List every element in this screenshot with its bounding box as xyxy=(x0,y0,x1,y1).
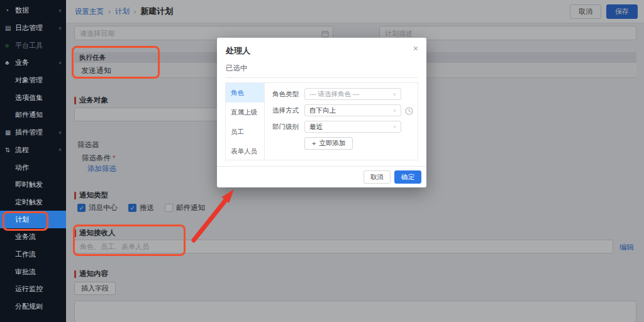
sidebar-item-label: 数据 xyxy=(15,6,29,15)
sidebar-item-run-monitor[interactable]: 运行监控 xyxy=(0,280,66,298)
sidebar-item-plugin-management[interactable]: ▦ 插件管理 ∨ xyxy=(0,124,66,142)
sidebar-item-workflow[interactable]: 工作流 xyxy=(0,246,66,264)
dept-level-select[interactable]: 最近 ∨ xyxy=(304,121,401,133)
tab-form-person[interactable]: 表单人员 xyxy=(226,142,264,161)
handler-modal: 处理人 × 已选中 角色 直属上级 员工 表单人员 角色类型 --- 请选择角色… xyxy=(217,38,426,187)
chevron-up-icon: ∧ xyxy=(58,60,62,65)
data-chart-icon: ◔ xyxy=(5,7,13,14)
chevron-down-icon: ∨ xyxy=(393,108,396,113)
sidebar-item-label: 流程 xyxy=(15,145,29,155)
sidebar-item-allocation-rule[interactable]: 分配规则 xyxy=(0,298,66,316)
sidebar-item-label: 业务 xyxy=(15,58,29,67)
sidebar-item-instant-trigger[interactable]: 即时触发 xyxy=(0,176,66,194)
flow-icon: ⇅ xyxy=(5,147,13,153)
select-mode-select[interactable]: 自下向上 ∨ xyxy=(304,104,401,116)
sidebar-item-plan[interactable]: 计划 xyxy=(0,211,66,228)
modal-footer: 取消 确定 xyxy=(217,166,426,187)
sidebar-item-label: 定时触发 xyxy=(15,197,43,207)
role-type-row: 角色类型 --- 请选择角色 --- ∨ xyxy=(272,88,401,100)
sidebar-item-label: 邮件通知 xyxy=(15,110,43,119)
handler-panel: 角色 直属上级 员工 表单人员 角色类型 --- 请选择角色 --- ∨ 选择方… xyxy=(225,82,418,160)
sidebar-item-object-management[interactable]: 对象管理 xyxy=(0,72,66,89)
log-list-icon: ▤ xyxy=(5,25,13,31)
handler-tabs: 角色 直属上级 员工 表单人员 xyxy=(226,83,265,160)
chevron-down-icon: ∨ xyxy=(393,125,396,130)
app-root: ◔ 数据 ∨ ▤ 日志管理 ∨ ○ 平台工具 ♣ 业务 ∧ 对象管理 选项值集 … xyxy=(0,0,644,322)
role-form: 角色类型 --- 请选择角色 --- ∨ 选择方式 自下向上 ∨ xyxy=(265,83,418,160)
business-icon: ♣ xyxy=(5,59,13,66)
role-type-select[interactable]: --- 请选择角色 --- ∨ xyxy=(304,88,401,100)
select-value: 自下向上 xyxy=(309,106,336,115)
sidebar-item-label: 日志管理 xyxy=(15,23,43,33)
chevron-down-icon: ∨ xyxy=(58,130,62,135)
sidebar-item-label: 运行监控 xyxy=(15,284,43,294)
sidebar-item-timed-trigger[interactable]: 定时触发 xyxy=(0,194,66,211)
sidebar-item-business-flow[interactable]: 业务流 xyxy=(0,228,66,246)
sidebar-item-business[interactable]: ♣ 业务 ∧ xyxy=(0,54,66,72)
sidebar-item-label: 分配规则 xyxy=(15,302,43,311)
role-type-label: 角色类型 xyxy=(272,90,304,99)
clock-icon xyxy=(405,106,413,118)
plugin-grid-icon: ▦ xyxy=(5,129,13,136)
sidebar-item-label: 审批流 xyxy=(15,267,36,277)
select-value: 最近 xyxy=(309,123,323,131)
dept-level-label: 部门级别 xyxy=(272,123,304,131)
platform-circle-icon: ○ xyxy=(5,42,13,49)
chevron-down-icon: ∨ xyxy=(58,26,62,31)
sidebar-item-log-management[interactable]: ▤ 日志管理 ∨ xyxy=(0,19,66,37)
sidebar-item-label: 插件管理 xyxy=(15,128,43,137)
add-now-button[interactable]: + 立即添加 xyxy=(304,137,353,150)
modal-confirm-button[interactable]: 确定 xyxy=(394,170,421,184)
sidebar-item-platform-tools[interactable]: ○ 平台工具 xyxy=(0,36,66,54)
chevron-down-icon: ∨ xyxy=(393,92,396,97)
sidebar-item-action[interactable]: 动作 xyxy=(0,158,66,176)
modal-divider xyxy=(226,77,418,78)
modal-title: 处理人 xyxy=(226,45,250,57)
tab-direct-superior[interactable]: 直属上级 xyxy=(226,103,264,122)
sidebar-item-label: 对象管理 xyxy=(15,75,43,85)
sidebar-item-data[interactable]: ◔ 数据 ∨ xyxy=(0,2,66,19)
tab-role[interactable]: 角色 xyxy=(226,83,264,103)
sidebar-item-label: 计划 xyxy=(15,215,29,225)
add-now-label: 立即添加 xyxy=(319,139,345,148)
sidebar-item-approval-flow[interactable]: 审批流 xyxy=(0,263,66,280)
sidebar-item-label: 业务流 xyxy=(15,232,36,242)
sidebar-item-process[interactable]: ⇅ 流程 ∧ xyxy=(0,142,66,159)
selected-label: 已选中 xyxy=(226,64,248,73)
select-mode-row: 选择方式 自下向上 ∨ xyxy=(272,104,401,116)
sidebar-item-label: 平台工具 xyxy=(15,41,43,50)
sidebar: ◔ 数据 ∨ ▤ 日志管理 ∨ ○ 平台工具 ♣ 业务 ∧ 对象管理 选项值集 … xyxy=(0,0,66,322)
chevron-down-icon: ∨ xyxy=(58,8,62,13)
plus-icon: + xyxy=(312,140,316,147)
modal-cancel-button[interactable]: 取消 xyxy=(364,170,391,184)
sidebar-item-label: 动作 xyxy=(15,163,29,172)
tab-employee[interactable]: 员工 xyxy=(226,122,264,142)
dept-level-row: 部门级别 最近 ∨ xyxy=(272,121,401,133)
select-value: --- 请选择角色 --- xyxy=(309,90,359,99)
sidebar-item-option-value-set[interactable]: 选项值集 xyxy=(0,89,66,106)
sidebar-item-label: 工作流 xyxy=(15,250,36,259)
sidebar-item-email-notification[interactable]: 邮件通知 xyxy=(0,106,66,124)
sidebar-item-label: 选项值集 xyxy=(15,93,43,103)
select-mode-label: 选择方式 xyxy=(272,106,304,115)
close-icon[interactable]: × xyxy=(413,43,418,53)
chevron-up-icon: ∧ xyxy=(58,147,62,152)
sidebar-item-label: 即时触发 xyxy=(15,180,43,189)
